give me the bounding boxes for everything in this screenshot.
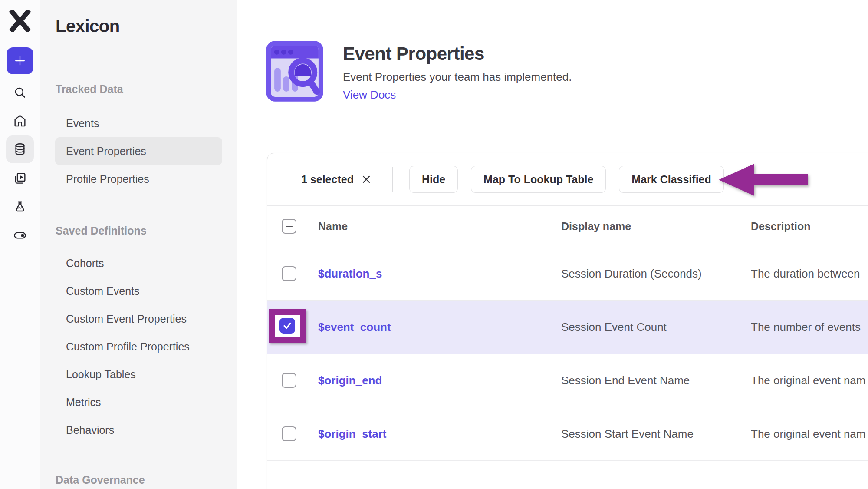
section-label-saved-definitions: Saved Definitions	[56, 224, 237, 237]
column-header-description: Description	[751, 220, 868, 233]
page-title: Event Properties	[343, 43, 572, 65]
display-name-cell: Session Duration (Seconds)	[561, 267, 751, 281]
selection-group: 1 selected	[301, 173, 372, 186]
column-header-name: Name	[318, 220, 561, 233]
feature-toggle-icon[interactable]	[10, 225, 30, 246]
create-button[interactable]	[7, 47, 33, 74]
table-row[interactable]: $origin_end Session End Event Name The o…	[267, 354, 868, 407]
sidebar-item-custom-event-properties[interactable]: Custom Event Properties	[55, 305, 222, 333]
page-header: Event Properties Event Properties your t…	[266, 40, 572, 102]
row-checkbox-checked[interactable]	[279, 318, 295, 334]
tracked-data-items: Events Event Properties Profile Properti…	[40, 109, 237, 193]
table-header-row: Name Display name Description	[267, 206, 868, 247]
table-row[interactable]: $origin_start Session Start Event Name T…	[267, 407, 868, 461]
display-name-cell: Session End Event Name	[561, 374, 751, 387]
sidebar-item-profile-properties[interactable]: Profile Properties	[55, 165, 222, 193]
page-header-text: Event Properties Event Properties your t…	[343, 40, 572, 102]
toolbar-divider	[392, 167, 393, 192]
properties-table-card: 1 selected Hide Map To Lookup Table Mark…	[267, 153, 868, 489]
lexicon-sidebar: Lexicon Tracked Data Events Event Proper…	[40, 0, 237, 489]
display-name-cell: Session Event Count	[561, 320, 751, 334]
sidebar-item-metrics[interactable]: Metrics	[55, 388, 222, 416]
sidebar-item-cohorts[interactable]: Cohorts	[55, 249, 222, 277]
sidebar-item-lookup-tables[interactable]: Lookup Tables	[55, 360, 222, 388]
sidebar-item-custom-profile-properties[interactable]: Custom Profile Properties	[55, 333, 222, 360]
annotation-highlight-box	[269, 309, 306, 343]
view-docs-link[interactable]: View Docs	[343, 88, 396, 101]
boards-icon[interactable]	[10, 168, 30, 189]
plus-icon	[13, 54, 26, 67]
sidebar-item-event-properties[interactable]: Event Properties	[55, 137, 222, 165]
row-checkbox[interactable]	[282, 426, 296, 441]
sidebar-item-behaviors[interactable]: Behaviors	[55, 416, 222, 444]
annotation-highlight-inner	[275, 315, 300, 337]
saved-definitions-items: Cohorts Custom Events Custom Event Prope…	[40, 249, 237, 444]
property-name-link[interactable]: $duration_s	[318, 267, 382, 280]
event-properties-illustration-icon	[266, 40, 324, 102]
display-name-cell: Session Start Event Name	[561, 427, 751, 441]
row-checkbox[interactable]	[282, 266, 296, 281]
hide-button[interactable]: Hide	[409, 166, 458, 193]
indeterminate-dash-icon	[286, 226, 293, 227]
annotation-arrow-icon	[719, 163, 808, 198]
experiments-flask-icon[interactable]	[10, 196, 30, 217]
sidebar-title: Lexicon	[56, 16, 237, 36]
page-subtitle: Event Properties your team has implement…	[343, 70, 572, 83]
description-cell: The original event nam	[751, 374, 868, 387]
table-row-selected[interactable]: $event_count Session Event Count The num…	[267, 301, 868, 354]
clear-selection-icon[interactable]	[361, 174, 372, 185]
description-cell: The number of events	[751, 320, 868, 334]
row-checkbox[interactable]	[282, 373, 296, 388]
sidebar-item-custom-events[interactable]: Custom Events	[55, 277, 222, 305]
sidebar-item-events[interactable]: Events	[55, 109, 222, 137]
description-cell: The duration between	[751, 267, 868, 281]
mixpanel-logo-icon	[9, 10, 31, 32]
section-label-tracked-data: Tracked Data	[56, 83, 237, 96]
mark-classified-button[interactable]: Mark Classified	[619, 166, 723, 193]
data-management-icon[interactable]	[10, 139, 30, 160]
checkmark-icon	[282, 320, 293, 331]
column-header-display-name: Display name	[561, 220, 751, 233]
home-icon[interactable]	[10, 110, 30, 131]
select-all-checkbox[interactable]	[282, 219, 296, 234]
property-name-link[interactable]: $event_count	[318, 320, 391, 334]
map-to-lookup-table-button[interactable]: Map To Lookup Table	[471, 166, 606, 193]
table-row[interactable]: $duration_s Session Duration (Seconds) T…	[267, 247, 868, 301]
selection-count: 1 selected	[301, 173, 354, 186]
icon-rail	[0, 0, 40, 489]
search-icon[interactable]	[10, 82, 30, 103]
section-label-data-governance: Data Governance	[56, 473, 237, 486]
description-cell: The original event nam	[751, 427, 868, 441]
property-name-link[interactable]: $origin_end	[318, 374, 382, 387]
property-name-link[interactable]: $origin_start	[318, 427, 387, 440]
